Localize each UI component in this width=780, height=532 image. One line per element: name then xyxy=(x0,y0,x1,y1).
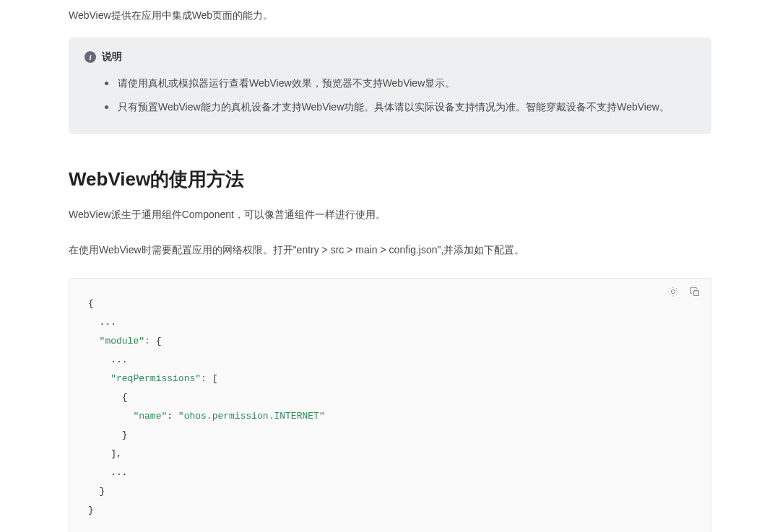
code-toolbar xyxy=(667,286,701,297)
copy-icon xyxy=(690,287,701,297)
note-box: i 说明 请使用真机或模拟器运行查看WebView效果，预览器不支持WebVie… xyxy=(69,38,711,134)
note-title: 说明 xyxy=(102,51,122,64)
sun-icon xyxy=(667,286,679,297)
intro-text: WebView提供在应用中集成Web页面的能力。 xyxy=(69,7,711,23)
code-content: { ... "module": { ... "reqPermissions": … xyxy=(69,279,711,532)
body-text: WebView派生于通用组件Component，可以像普通组件一样进行使用。 xyxy=(69,206,711,224)
info-icon: i xyxy=(84,51,96,63)
copy-button[interactable] xyxy=(689,286,701,297)
svg-line-3 xyxy=(670,288,670,289)
note-header: i 说明 xyxy=(84,51,696,64)
svg-line-7 xyxy=(670,295,670,295)
svg-line-4 xyxy=(676,295,677,295)
body-text: 在使用WebView时需要配置应用的网络权限。打开"entry > src > … xyxy=(69,242,711,259)
note-item: 只有预置WebView能力的真机设备才支持WebView功能。具体请以实际设备支… xyxy=(105,97,696,117)
code-block: { ... "module": { ... "reqPermissions": … xyxy=(69,278,711,532)
note-list: 请使用真机或模拟器运行查看WebView效果，预览器不支持WebView显示。 … xyxy=(84,74,696,116)
svg-line-8 xyxy=(676,288,677,289)
svg-rect-9 xyxy=(693,290,698,295)
svg-point-0 xyxy=(671,290,675,294)
note-item: 请使用真机或模拟器运行查看WebView效果，预览器不支持WebView显示。 xyxy=(105,74,696,93)
section-heading: WebView的使用方法 xyxy=(69,167,711,192)
theme-toggle-button[interactable] xyxy=(667,286,679,297)
